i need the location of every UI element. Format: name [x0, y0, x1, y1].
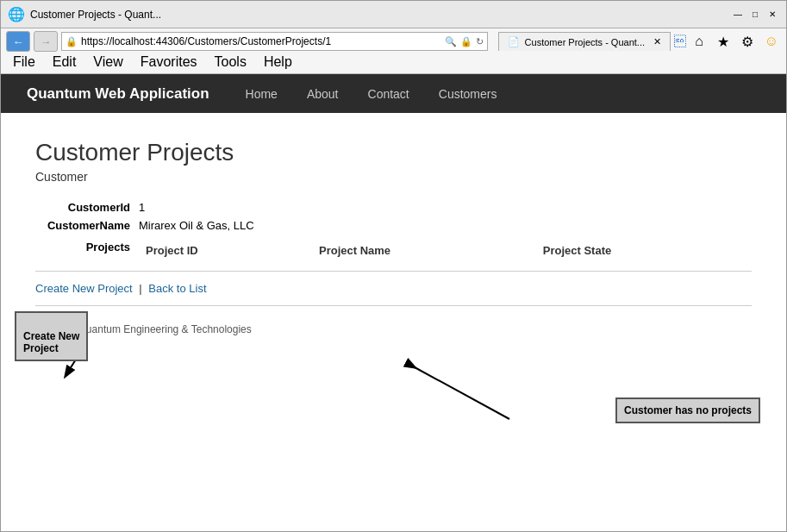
maximize-button[interactable]: □ — [748, 8, 762, 22]
tab-label: Customer Projects - Quant... — [525, 37, 645, 47]
ie-icon:  — [674, 34, 686, 48]
title-bar: 🌐 Customer Projects - Quant... — □ ✕ — [1, 1, 786, 28]
back-to-list-link[interactable]: Back to List — [148, 282, 206, 295]
main-content: Customer Projects Customer CustomerId 1 … — [1, 113, 786, 531]
tab-close-icon[interactable]: ✕ — [653, 36, 661, 47]
menu-bar: File Edit View Favorites Tools Help — [6, 53, 781, 71]
menu-file[interactable]: File — [8, 53, 41, 71]
browser-toolbar: ← → 🔒 🔍 🔒 ↻ 📄 Customer Projects - Quant.… — [1, 28, 786, 74]
create-new-project-link[interactable]: Create New Project — [35, 282, 133, 295]
window-controls: — □ ✕ — [731, 8, 779, 22]
customer-name-row: CustomerName Mirarex Oil & Gas, LLC — [35, 219, 752, 232]
col-project-id: Project ID — [139, 241, 312, 260]
table-header-row: Project ID Project Name Project State — [139, 241, 752, 260]
browser-tab[interactable]: 📄 Customer Projects - Quant... ✕ — [498, 32, 671, 51]
browser-window: 🌐 Customer Projects - Quant... — □ ✕ ← →… — [0, 0, 787, 532]
customer-id-row: CustomerId 1 — [35, 201, 752, 214]
settings-icon[interactable]: ⚙ — [738, 32, 757, 51]
favorites-icon[interactable]: ★ — [714, 32, 733, 51]
action-links: Create New Project | Back to List — [35, 282, 752, 295]
toolbar-right-icons: ⌂ ★ ⚙ ☺ — [690, 32, 781, 51]
smiley-icon: ☺ — [762, 32, 781, 51]
search-icon: 🔍 — [445, 36, 457, 47]
app-navbar: Quantum Web Application Home About Conta… — [1, 74, 786, 113]
divider — [35, 271, 752, 272]
projects-table-area: Project ID Project Name Project State — [139, 241, 752, 260]
menu-edit[interactable]: Edit — [47, 53, 82, 71]
customer-info: CustomerId 1 CustomerName Mirarex Oil & … — [35, 201, 752, 232]
links-separator: | — [139, 282, 141, 295]
minimize-button[interactable]: — — [731, 8, 745, 22]
customer-name-value: Mirarex Oil & Gas, LLC — [139, 219, 254, 232]
nav-customers[interactable]: Customers — [437, 84, 499, 104]
nav-home[interactable]: Home — [244, 84, 279, 104]
address-bar[interactable]: 🔒 🔍 🔒 ↻ — [61, 32, 488, 51]
refresh-icon: ↻ — [476, 36, 484, 47]
url-input[interactable] — [81, 35, 441, 47]
lock2-icon: 🔒 — [460, 36, 472, 47]
menu-view[interactable]: View — [88, 53, 128, 71]
customer-id-label: CustomerId — [35, 201, 139, 214]
toolbar-row1: ← → 🔒 🔍 🔒 ↻ 📄 Customer Projects - Quant.… — [6, 31, 781, 52]
menu-help[interactable]: Help — [259, 53, 297, 71]
footer-divider — [35, 305, 752, 306]
home-icon[interactable]: ⌂ — [690, 32, 709, 51]
nav-contact[interactable]: Contact — [366, 84, 411, 104]
tab-bar: 📄 Customer Projects - Quant... ✕ — [498, 32, 671, 51]
page-icon: 📄 — [508, 36, 520, 47]
projects-table: Project ID Project Name Project State — [139, 241, 752, 260]
back-button[interactable]: ← — [6, 31, 30, 52]
menu-tools[interactable]: Tools — [209, 53, 252, 71]
page-subtitle: Customer — [35, 170, 752, 184]
close-button[interactable]: ✕ — [765, 8, 779, 22]
lock-icon: 🔒 — [66, 36, 78, 47]
ie-logo-icon: 🌐 — [8, 6, 25, 22]
annotation-create-project: Create New Project — [15, 311, 88, 361]
customer-name-label: CustomerName — [35, 219, 139, 232]
col-project-name: Project Name — [312, 241, 536, 260]
forward-button[interactable]: → — [34, 31, 58, 52]
nav-about[interactable]: About — [305, 84, 340, 104]
window-title: Customer Projects - Quant... — [30, 9, 161, 21]
page-title: Customer Projects — [35, 139, 752, 166]
projects-label: Projects — [35, 241, 139, 260]
col-project-state: Project State — [536, 241, 752, 260]
customer-id-value: 1 — [139, 201, 145, 214]
title-bar-left: 🌐 Customer Projects - Quant... — [8, 6, 161, 22]
svg-line-1 — [415, 367, 509, 419]
app-brand[interactable]: Quantum Web Application — [27, 85, 209, 103]
annotation-no-projects: Customer has no projects — [615, 397, 760, 423]
projects-section: Projects Project ID Project Name Project… — [35, 241, 752, 260]
menu-favorites[interactable]: Favorites — [135, 53, 203, 71]
footer-text: © 2018 - Quantum Engineering & Technolog… — [35, 323, 752, 335]
